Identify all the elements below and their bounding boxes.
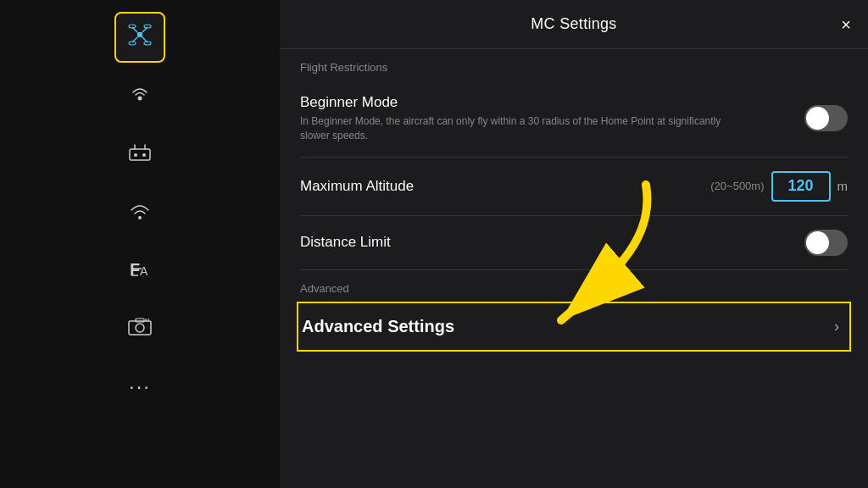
sidebar-item-wifi[interactable] xyxy=(114,188,165,239)
remote-icon xyxy=(128,144,152,168)
content-area: Flight Restrictions Beginner Mode In Beg… xyxy=(280,49,868,488)
altitude-left: Maximum Altitude xyxy=(300,178,710,195)
altitude-range: (20~500m) xyxy=(710,180,764,192)
camera-settings-icon: F A xyxy=(128,257,152,286)
advanced-settings-title: Advanced Settings xyxy=(302,317,454,336)
advanced-settings-row[interactable]: Advanced Settings › xyxy=(297,302,851,352)
signal-icon xyxy=(128,84,152,113)
camera-icon xyxy=(128,317,152,341)
chevron-right-icon: › xyxy=(834,318,839,336)
svg-rect-10 xyxy=(130,149,150,160)
svg-point-14 xyxy=(142,153,146,157)
drone-icon xyxy=(126,21,153,53)
beginner-mode-desc: In Beginner Mode, the aircraft can only … xyxy=(300,114,741,143)
svg-rect-0 xyxy=(137,32,142,37)
maximum-altitude-row: Maximum Altitude (20~500m) m xyxy=(300,158,848,216)
svg-point-7 xyxy=(129,42,136,45)
distance-limit-slider xyxy=(804,230,848,256)
flight-restrictions-label: Flight Restrictions xyxy=(300,49,848,80)
wifi-icon xyxy=(128,201,152,226)
sidebar-item-drone[interactable] xyxy=(114,12,165,63)
distance-limit-toggle[interactable] xyxy=(804,230,848,256)
beginner-mode-row: Beginner Mode In Beginner Mode, the airc… xyxy=(300,80,848,158)
altitude-right: (20~500m) m xyxy=(710,171,848,202)
sidebar-item-remote[interactable] xyxy=(114,130,165,181)
header: MC Settings × xyxy=(280,0,868,49)
beginner-mode-slider xyxy=(804,105,848,131)
svg-point-6 xyxy=(144,25,151,28)
beginner-mode-toggle[interactable] xyxy=(804,105,848,131)
distance-limit-row: Distance Limit xyxy=(300,216,848,270)
altitude-input[interactable] xyxy=(771,171,831,202)
beginner-mode-left: Beginner Mode In Beginner Mode, the airc… xyxy=(300,94,804,143)
sidebar-item-camera-settings[interactable]: F A xyxy=(114,246,165,297)
app-layout: F A ··· xyxy=(0,0,868,488)
svg-point-8 xyxy=(144,42,151,45)
sidebar-item-camera[interactable] xyxy=(114,303,165,354)
main-panel: MC Settings × Flight Restrictions Beginn… xyxy=(280,0,868,488)
altitude-title: Maximum Altitude xyxy=(300,178,710,195)
sidebar-item-more[interactable]: ··· xyxy=(114,361,165,412)
altitude-unit: m xyxy=(837,179,849,193)
svg-text:A: A xyxy=(140,264,148,278)
svg-point-9 xyxy=(138,97,142,101)
advanced-label: Advanced xyxy=(300,270,848,302)
more-icon: ··· xyxy=(129,374,151,398)
svg-point-15 xyxy=(138,216,142,219)
beginner-mode-title: Beginner Mode xyxy=(300,94,804,111)
sidebar-item-signal[interactable] xyxy=(114,73,165,124)
svg-point-21 xyxy=(136,324,144,332)
sidebar: F A ··· xyxy=(0,0,280,488)
distance-limit-title: Distance Limit xyxy=(300,234,804,251)
svg-point-5 xyxy=(129,25,136,28)
close-button[interactable]: × xyxy=(841,14,851,34)
panel-title: MC Settings xyxy=(531,15,616,33)
distance-limit-left: Distance Limit xyxy=(300,234,804,251)
svg-point-13 xyxy=(134,153,137,157)
